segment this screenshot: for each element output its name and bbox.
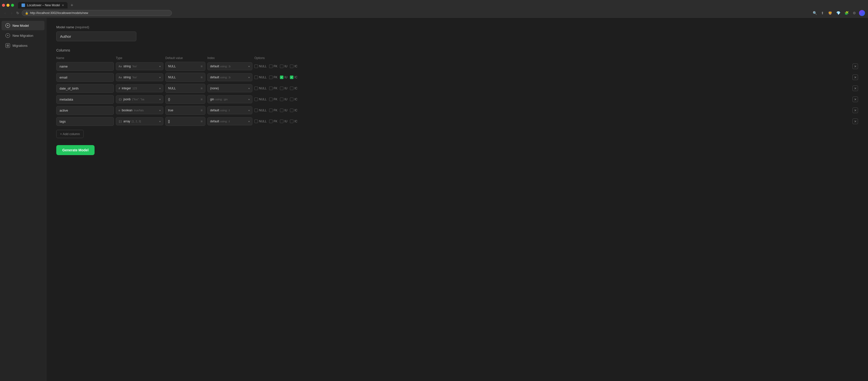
close-button[interactable]: [2, 4, 5, 7]
default-value-input[interactable]: [] ≡: [165, 117, 205, 126]
sidebar-item-migrations-label: Migrations: [12, 44, 28, 47]
model-name-label: Model name (required): [56, 25, 858, 29]
null-checkbox[interactable]: [254, 75, 258, 79]
default-value-input[interactable]: NULL ≡: [165, 62, 205, 71]
ic-checkbox[interactable]: [290, 75, 293, 79]
sidebar-item-new-migration[interactable]: + New Migration: [1, 31, 44, 40]
required-indicator: (required): [75, 25, 89, 29]
delete-column-button[interactable]: ✕: [852, 64, 858, 69]
sidebar-item-migrations[interactable]: ⊞ Migrations: [1, 41, 44, 50]
index-select[interactable]: default using: :b ▾: [207, 62, 252, 70]
index-chevron-icon: ▾: [248, 98, 250, 101]
fk-checkbox[interactable]: [269, 98, 273, 101]
extensions-button[interactable]: 🧩: [843, 10, 850, 16]
ic-checkbox[interactable]: [290, 87, 293, 90]
null-checkbox[interactable]: [254, 98, 258, 101]
options-area: NULL FK IU IC: [254, 65, 848, 68]
default-value-input[interactable]: NULL ≡: [165, 84, 205, 93]
fk-checkbox[interactable]: [269, 87, 273, 90]
default-value-text: []: [168, 120, 170, 123]
iu-checkbox[interactable]: [280, 108, 283, 112]
option-null: NULL: [254, 108, 267, 112]
index-select[interactable]: (none) ▾: [207, 84, 252, 92]
type-hint: [1, 2, 3]: [132, 120, 141, 123]
refresh-button[interactable]: ↻: [16, 11, 19, 15]
fk-checkbox[interactable]: [269, 75, 273, 79]
index-hint: using: :b: [220, 65, 230, 68]
tab-bar: Localtower – New Model ✕ +: [0, 0, 868, 8]
column-name-input[interactable]: [56, 117, 114, 126]
default-value-text: NULL: [168, 75, 176, 79]
null-checkbox[interactable]: [254, 65, 258, 68]
iu-checkbox[interactable]: [280, 120, 283, 123]
profile-avatar[interactable]: [859, 10, 865, 16]
type-hint: 123: [132, 87, 137, 90]
zoom-button[interactable]: 🔍: [812, 10, 818, 16]
ic-checkbox[interactable]: [290, 120, 293, 123]
type-select[interactable]: Aa string 'foo' ▾: [116, 62, 163, 70]
fk-checkbox[interactable]: [269, 65, 273, 68]
index-select[interactable]: default using: :t ▾: [207, 117, 252, 125]
maximize-button[interactable]: [11, 4, 14, 7]
index-name: default: [210, 75, 219, 79]
new-tab-button[interactable]: +: [68, 2, 75, 8]
delete-column-button[interactable]: ✕: [852, 107, 858, 113]
url-bar[interactable]: 🔒 http://localhost:3002/localtower/model…: [22, 10, 172, 16]
brave-shield-icon[interactable]: 🦁: [827, 10, 833, 16]
settings-button[interactable]: ⚙: [852, 10, 857, 16]
minimize-button[interactable]: [6, 4, 9, 7]
active-tab[interactable]: Localtower – New Model ✕: [18, 2, 67, 8]
back-button[interactable]: ‹: [3, 10, 7, 15]
type-hint: 'foo': [132, 65, 137, 68]
column-name-input[interactable]: [56, 73, 114, 82]
model-name-input[interactable]: [56, 32, 136, 41]
default-value-input[interactable]: NULL ≡: [165, 73, 205, 82]
option-ic: IC: [290, 87, 298, 90]
chevron-down-icon: ▾: [159, 120, 161, 123]
iu-checkbox[interactable]: [280, 87, 283, 90]
null-checkbox[interactable]: [254, 108, 258, 112]
index-hint: using: :t: [220, 120, 230, 123]
default-value-input[interactable]: {} ≡: [165, 95, 205, 104]
option-iu: IU: [280, 65, 287, 68]
add-column-button[interactable]: + Add column: [56, 130, 84, 138]
option-null: NULL: [254, 120, 267, 123]
browser-chrome: Localtower – New Model ✕ + ‹ › ↻ 🔒 http:…: [0, 0, 868, 18]
fk-checkbox[interactable]: [269, 108, 273, 112]
ic-checkbox[interactable]: [290, 108, 293, 112]
share-button[interactable]: ⬆: [820, 10, 825, 16]
option-fk: FK: [269, 87, 277, 90]
column-name-input[interactable]: [56, 106, 114, 115]
default-value-input[interactable]: true ≡: [165, 106, 205, 115]
iu-checkbox[interactable]: [280, 98, 283, 101]
sidebar-item-new-model[interactable]: + New Model: [1, 21, 44, 30]
column-name-input[interactable]: [56, 84, 114, 93]
type-select[interactable]: Aa string 'foo' ▾: [116, 73, 163, 81]
type-select[interactable]: # integer 123 ▾: [116, 84, 163, 92]
delete-column-button[interactable]: ✕: [852, 86, 858, 91]
type-select[interactable]: [] array [1, 2, 3] ▾: [116, 117, 163, 125]
column-name-input[interactable]: [56, 62, 114, 71]
column-name-input[interactable]: [56, 95, 114, 104]
type-select[interactable]: ⊘ boolean true/fals ▾: [116, 106, 163, 114]
iu-checkbox[interactable]: [280, 65, 283, 68]
delete-column-button[interactable]: ✕: [852, 74, 858, 80]
index-select[interactable]: gin using: :gin ▾: [207, 95, 252, 103]
fk-checkbox[interactable]: [269, 120, 273, 123]
index-select[interactable]: default using: :t ▾: [207, 106, 252, 114]
iu-checkbox[interactable]: [280, 75, 283, 79]
type-select[interactable]: {} jsonb {"foo": "ba ▾: [116, 95, 163, 103]
null-checkbox[interactable]: [254, 120, 258, 123]
index-name: default: [210, 65, 219, 68]
delete-column-button[interactable]: ✕: [852, 97, 858, 102]
wallet-button[interactable]: 💎: [835, 10, 841, 16]
null-checkbox[interactable]: [254, 87, 258, 90]
ic-checkbox[interactable]: [290, 98, 293, 101]
index-select[interactable]: default using: :b ▾: [207, 73, 252, 81]
delete-column-button[interactable]: ✕: [852, 119, 858, 124]
tab-close-icon[interactable]: ✕: [62, 4, 64, 7]
sidebar: + New Model + New Migration ⊞ Migrations: [0, 18, 46, 381]
forward-button[interactable]: ›: [10, 10, 14, 15]
ic-checkbox[interactable]: [290, 65, 293, 68]
generate-model-button[interactable]: Generate Model: [56, 145, 95, 155]
